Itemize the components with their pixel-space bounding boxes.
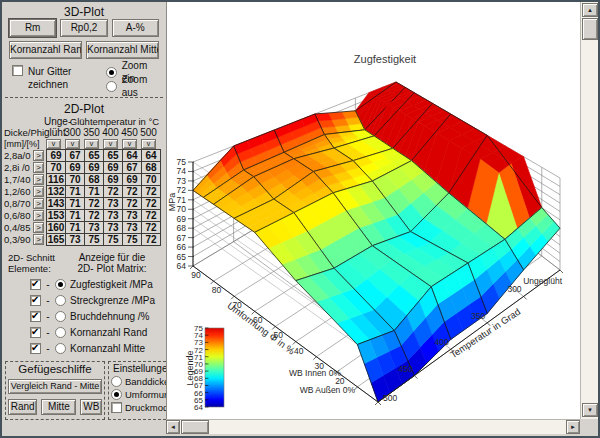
element-radio-2[interactable]	[55, 311, 66, 322]
mitte-button[interactable]: Mitte	[41, 399, 76, 415]
row-label: 0,3/90	[4, 233, 33, 246]
element-label: Streckgrenze /MPa	[66, 294, 155, 307]
element-checkbox-2[interactable]	[30, 311, 41, 322]
zoom-radio-0[interactable]	[106, 67, 117, 78]
section-3d-plot-title: 3D-Plot	[2, 2, 166, 19]
element-checkbox-4[interactable]	[30, 343, 41, 354]
dash-separator: -	[41, 295, 55, 306]
column-select-button[interactable]: v	[103, 139, 118, 149]
axis-tick-label: 69	[177, 214, 187, 224]
colorbar	[205, 328, 224, 407]
axis-tick-label: 90	[191, 270, 201, 280]
zoom-radio-group: Zoom einZoom aus	[106, 65, 162, 95]
temp-axis-tick	[560, 270, 563, 273]
matrix-header-row1: Unge- Glühtemperatur in °C	[2, 116, 166, 127]
row-select-button[interactable]: >	[33, 150, 44, 161]
zoom-radio-label: Zoom aus	[117, 73, 162, 99]
axis-tick-label: 80	[212, 285, 222, 295]
axis-tick-label: 74	[177, 166, 187, 176]
dash-separator: -	[41, 327, 55, 338]
temp-axis-tick	[524, 296, 527, 299]
axis-tick-label: 64	[177, 261, 187, 271]
surface-plot-3d[interactable]: 646566676869707172737475MPa2030405060708…	[167, 2, 581, 419]
header-dicke-phi: Dicke/Phi	[2, 127, 44, 138]
axis-tick-label: 68	[177, 223, 187, 233]
scroll-right-icon[interactable]: ►	[566, 420, 580, 434]
axis-tick-label: 72	[177, 185, 187, 195]
anzeige-label-1: Anzeige für die	[60, 252, 164, 263]
element-list: -Zugfestigkeit /MPa-Streckgrenze /MPa-Br…	[2, 276, 166, 356]
header-ungeglueht: Unge-	[44, 116, 63, 127]
matrix-cell: 75	[84, 233, 104, 246]
axis-tick-label: 350	[471, 311, 485, 321]
column-select-button[interactable]: v	[122, 139, 137, 149]
scroll-left-icon[interactable]: ◄	[166, 420, 180, 434]
element-row: -Kornanzahl Rand	[2, 324, 166, 340]
scroll-up-icon[interactable]: ▲	[582, 3, 598, 17]
element-radio-1[interactable]	[55, 295, 66, 306]
einstellungen-radio-1[interactable]	[111, 389, 122, 400]
matrix-cell: 75	[103, 233, 123, 246]
row-select-button[interactable]: >	[33, 198, 44, 209]
einstellungen-radio-0[interactable]	[111, 376, 122, 387]
row-select-button[interactable]: >	[33, 210, 44, 221]
element-row: -Zugfestigkeit /MPa	[2, 276, 166, 292]
axis-tick-label: 67	[177, 233, 187, 243]
column-select-button[interactable]: v	[141, 139, 156, 149]
scrollbar-corner	[580, 419, 598, 434]
element-radio-3[interactable]	[55, 327, 66, 338]
element-label: Kornanzahl Rand	[66, 326, 147, 339]
column-select-button[interactable]: v	[46, 139, 61, 149]
control-panel: 3D-Plot Rm Rp0,2 A-% Kornanzahl Rand Kor…	[2, 2, 166, 436]
vertical-scrollbar-thumb[interactable]	[582, 18, 598, 40]
gefuege-buttons: Rand Mitte WB	[8, 399, 102, 415]
umform-axis-tick	[375, 402, 378, 405]
element-checkbox-0[interactable]	[30, 279, 41, 290]
axis-tick-label: Ungeglüht	[523, 276, 562, 286]
rp02-button[interactable]: Rp0,2	[60, 19, 107, 37]
element-row: -Bruchdehnung /%	[2, 308, 166, 324]
element-checkbox-1[interactable]	[30, 295, 41, 306]
horizontal-scrollbar[interactable]: ◄ ►	[166, 419, 580, 434]
axis-tick-label: 65	[177, 252, 187, 262]
axis-tick-label: 400	[435, 337, 449, 347]
row-select-button[interactable]: >	[33, 174, 44, 185]
vergleich-rand-mitte-button[interactable]: Vergleich Rand - Mitte	[8, 379, 102, 394]
element-label: Zugfestigkeit /MPa	[66, 278, 153, 291]
kornanzahl-mitte-button[interactable]: Kornanzahl Mitte	[86, 41, 159, 59]
row-select-button[interactable]: >	[33, 222, 44, 233]
axis-tick-label: 450	[398, 364, 412, 374]
vertical-scrollbar[interactable]: ▲ ▼	[580, 2, 598, 419]
matrix-cell: 73	[65, 233, 85, 246]
column-select-button[interactable]: v	[65, 139, 80, 149]
temp-axis-tick	[378, 402, 381, 405]
element-headers: 2D- Schnitt Elemente: Anzeige für die 2D…	[2, 246, 166, 276]
axis-tick-label: 300	[507, 284, 521, 294]
row-select-button[interactable]: >	[33, 186, 44, 197]
rm-button[interactable]: Rm	[9, 19, 56, 37]
element-checkbox-3[interactable]	[30, 327, 41, 338]
axis-tick-label: 500	[383, 393, 397, 403]
matrix-table: 2,8a/0>6967656564642,8i /0>7069696967681…	[2, 149, 166, 246]
a-percent-button[interactable]: A-%	[112, 19, 159, 37]
axis-tick-label: 71	[177, 195, 187, 205]
horizontal-scrollbar-thumb[interactable]	[181, 420, 209, 434]
row-select-button[interactable]: >	[33, 234, 44, 245]
gefuegeschliffe-group: Gefügeschliffe Vergleich Rand - Mitte Ra…	[5, 361, 105, 420]
rand-button[interactable]: Rand	[8, 399, 37, 415]
zoom-radio-1[interactable]	[106, 81, 117, 92]
element-radio-4[interactable]	[55, 343, 66, 354]
scroll-down-icon[interactable]: ▼	[582, 403, 598, 417]
wb-aussen-label: WB Außen 0%	[300, 385, 356, 395]
element-radio-0[interactable]	[55, 279, 66, 290]
druckmodus-checkbox[interactable]	[111, 402, 122, 413]
wb-button[interactable]: WB	[80, 399, 102, 415]
matrix-cell: 165	[46, 233, 66, 246]
kornanzahl-rand-button[interactable]: Kornanzahl Rand	[9, 41, 82, 59]
einstellungen-radio-label: Banddicke	[122, 376, 169, 387]
plot3d-options: Nur Gitter zeichnen Zoom einZoom aus	[2, 63, 166, 95]
nur-gitter-checkbox[interactable]	[12, 65, 23, 76]
table-row: 0,3/90>1657375757572	[2, 233, 166, 246]
column-select-button[interactable]: v	[84, 139, 99, 149]
row-select-button[interactable]: >	[33, 162, 44, 173]
